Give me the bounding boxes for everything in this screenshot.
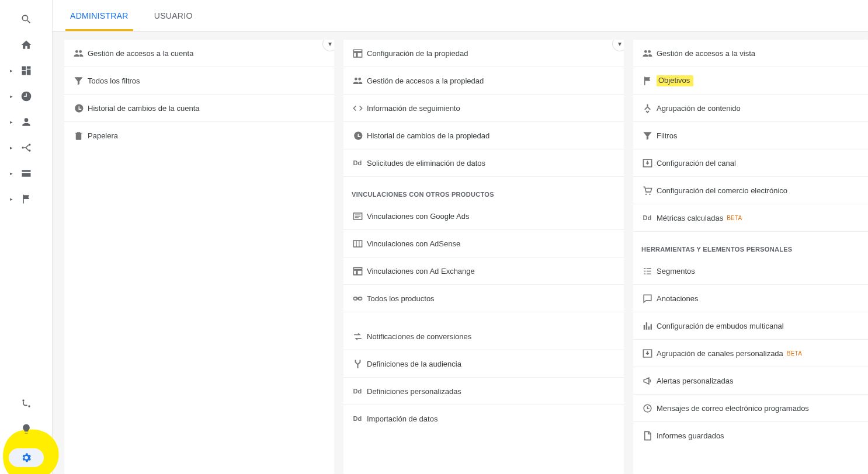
row-label: Anotaciones: [657, 294, 699, 303]
clockalert-icon: [638, 403, 657, 414]
admin-tabs: ADMINISTRAR USUARIO: [53, 0, 868, 32]
ecommerce-config[interactable]: Configuración del comercio electrónico: [633, 177, 868, 204]
row-label: Papelera: [88, 131, 118, 140]
account-filters[interactable]: Todos los filtros: [64, 67, 334, 95]
history-icon: [348, 130, 367, 141]
tab-admin[interactable]: ADMINISTRAR: [70, 0, 129, 31]
property-settings[interactable]: Configuración de la propiedad: [343, 40, 624, 67]
conversion-notifications[interactable]: Notificaciones de conversiones: [343, 323, 624, 350]
discover-icon[interactable]: [16, 423, 37, 435]
row-label: Gestión de accesos a la cuenta: [88, 49, 193, 58]
goals[interactable]: Objetivos: [633, 67, 868, 95]
funnel-config[interactable]: Configuración de embudos multicanal: [633, 312, 868, 340]
code-icon: [348, 103, 367, 114]
realtime-icon[interactable]: ▸: [16, 90, 37, 103]
row-label: Objetivos: [657, 75, 693, 86]
row-label: Gestión de accesos a la propiedad: [367, 76, 484, 85]
attribution-icon[interactable]: [16, 397, 37, 410]
row-label: Todos los filtros: [88, 76, 140, 85]
row-label: Métricas calculadas: [657, 214, 723, 222]
content-grouping[interactable]: Agrupación de contenido: [633, 95, 868, 122]
link-ad-exchange[interactable]: Vinculaciones con Ad Exchange: [343, 257, 624, 285]
row-label: Segmentos: [657, 267, 695, 276]
section-links-title: VINCULACIONES CON OTROS PRODUCTOS: [343, 177, 624, 203]
users-icon: [348, 75, 367, 86]
audience-definitions[interactable]: Definiciones de la audiencia: [343, 350, 624, 378]
row-label: Definiciones de la audiencia: [367, 360, 461, 368]
behavior-icon[interactable]: ▸: [16, 167, 37, 180]
row-label: Información de seguimiento: [367, 104, 460, 113]
row-label: Definiciones personalizadas: [367, 387, 461, 396]
data-deletion[interactable]: Solicitudes de eliminación de datos: [343, 149, 624, 177]
section-tools-title: HERRAMIENTAS Y ELEMENTOS PERSONALES: [633, 232, 868, 257]
row-label: Vinculaciones con AdSense: [367, 239, 460, 248]
annotations[interactable]: Anotaciones: [633, 285, 868, 312]
custom-definitions[interactable]: Definiciones personalizadas: [343, 378, 624, 405]
customization-icon[interactable]: ▸: [16, 64, 37, 77]
row-label: Historial de cambios de la cuenta: [88, 104, 200, 113]
data-import[interactable]: Importación de datos: [343, 405, 624, 433]
scheduled-emails[interactable]: Mensajes de correo electrónico programad…: [633, 395, 868, 422]
segments[interactable]: Segmentos: [633, 257, 868, 285]
dd-icon: [638, 212, 657, 224]
acquisition-icon[interactable]: ▸: [16, 141, 37, 154]
conversions-icon[interactable]: ▸: [16, 193, 37, 205]
dd-icon: [348, 386, 367, 397]
custom-channel-grouping[interactable]: Agrupación de canales personalizadaBETA: [633, 340, 868, 367]
link-adsense[interactable]: Vinculaciones con AdSense: [343, 230, 624, 257]
account-history[interactable]: Historial de cambios de la cuenta: [64, 95, 334, 122]
link-icon: [348, 293, 367, 304]
channel-config[interactable]: Configuración del canal: [633, 149, 868, 177]
admin-button[interactable]: [9, 448, 44, 467]
history-icon: [69, 103, 88, 114]
main-area: ADMINISTRAR USUARIO ▾ Gestión de accesos…: [53, 0, 868, 474]
property-access[interactable]: Gestión de accesos a la propiedad: [343, 67, 624, 95]
row-label: Configuración del comercio electrónico: [657, 186, 787, 195]
account-column: ▾ Gestión de accesos a la cuenta Todos l…: [64, 40, 334, 474]
view-filters[interactable]: Filtros: [633, 122, 868, 149]
row-label: Vinculaciones con Ad Exchange: [367, 267, 475, 276]
home-icon[interactable]: [16, 39, 37, 51]
listbox-icon: [348, 211, 367, 222]
users-icon: [638, 48, 657, 59]
calculated-metrics[interactable]: Métricas calculadasBETA: [633, 204, 868, 232]
merge-icon: [638, 103, 657, 114]
account-access[interactable]: Gestión de accesos a la cuenta: [64, 40, 334, 67]
row-label: Filtros: [657, 131, 677, 140]
property-column: ▾ Configuración de la propiedad Gestión …: [343, 40, 624, 474]
row-label: Configuración del canal: [657, 159, 736, 168]
import-icon: [638, 348, 657, 359]
row-label: Agrupación de canales personalizada: [657, 349, 783, 358]
columns-icon: [348, 238, 367, 249]
row-label: Agrupación de contenido: [657, 104, 741, 113]
row-label: Alertas personalizadas: [657, 377, 734, 385]
users-icon: [69, 48, 88, 59]
row-label: Configuración de embudos multicanal: [657, 322, 784, 330]
doc-icon: [638, 430, 657, 441]
fork-icon: [348, 358, 367, 370]
account-trash[interactable]: Papelera: [64, 122, 334, 149]
search-icon[interactable]: [16, 13, 37, 26]
tab-user[interactable]: USUARIO: [154, 0, 193, 31]
swap-icon: [348, 331, 367, 342]
flag-icon: [638, 75, 657, 86]
row-label: Solicitudes de eliminación de datos: [367, 159, 485, 168]
link-google-ads[interactable]: Vinculaciones con Google Ads: [343, 203, 624, 230]
row-label: Mensajes de correo electrónico programad…: [657, 404, 809, 413]
trash-icon: [69, 130, 88, 141]
custom-alerts[interactable]: Alertas personalizadas: [633, 367, 868, 395]
saved-reports[interactable]: Informes guardados: [633, 422, 868, 449]
view-access[interactable]: Gestión de accesos a la vista: [633, 40, 868, 67]
row-label: Informes guardados: [657, 431, 724, 440]
bars-icon: [638, 320, 657, 332]
audience-icon[interactable]: ▸: [16, 116, 37, 128]
row-label: Configuración de la propiedad: [367, 49, 468, 58]
link-all-products[interactable]: Todos los productos: [343, 285, 624, 312]
row-label: Historial de cambios de la propiedad: [367, 131, 489, 140]
left-nav-rail: ▸ ▸ ▸ ▸ ▸ ▸: [0, 0, 53, 474]
row-label: Vinculaciones con Google Ads: [367, 212, 469, 221]
property-history[interactable]: Historial de cambios de la propiedad: [343, 122, 624, 149]
tracking-info[interactable]: Información de seguimiento: [343, 95, 624, 122]
filter-icon: [69, 75, 88, 86]
megaphone-icon: [638, 375, 657, 386]
